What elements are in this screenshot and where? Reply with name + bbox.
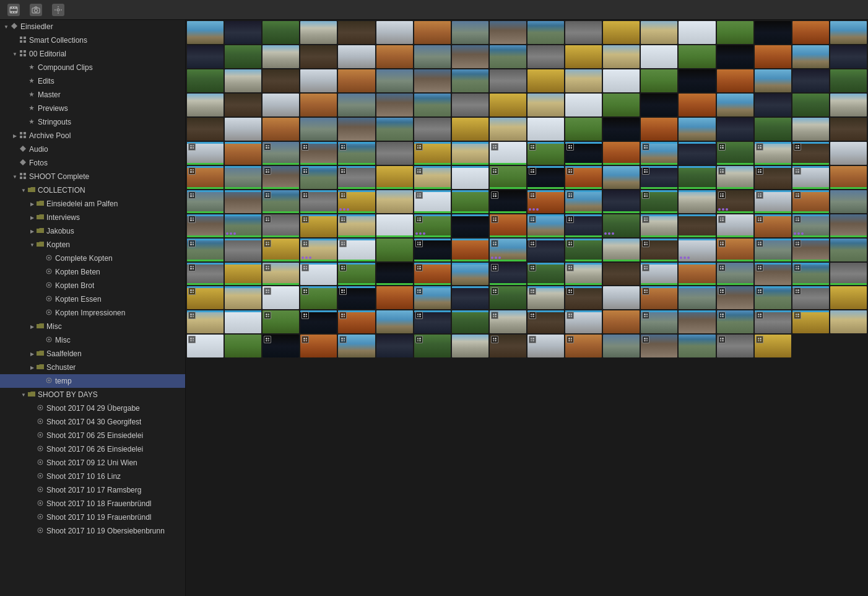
thumbnail-item[interactable] [490,190,526,213]
thumbnail-item[interactable] [452,166,488,189]
thumbnail-item[interactable] [641,263,677,286]
thumbnail-item[interactable] [679,214,715,237]
thumbnail-item[interactable] [527,45,564,68]
sidebar-item-jakobus[interactable]: ▶Jakobus [0,224,185,238]
thumbnail-item[interactable] [338,239,375,261]
thumbnail-item[interactable] [263,214,299,237]
thumbnail-item[interactable] [792,166,829,189]
thumbnail-item[interactable] [603,310,640,333]
thumbnail-item[interactable] [717,142,753,165]
thumbnail-item[interactable] [830,94,867,116]
thumbnail-item[interactable] [565,118,602,141]
sidebar-item-interviews[interactable]: ▶Interviews [0,211,185,224]
sidebar-item-stringouts[interactable]: Stringouts [0,115,185,129]
thumbnail-item[interactable] [527,190,564,213]
thumbnail-item[interactable] [414,263,451,286]
thumbnail-item[interactable] [263,310,299,333]
thumbnail-item[interactable] [414,45,451,68]
thumbnail-item[interactable] [338,263,375,286]
sidebar-item-kopten-beten[interactable]: Kopten Beten [0,265,185,279]
thumbnail-item[interactable] [300,335,337,357]
thumbnail-item[interactable] [717,239,753,261]
thumbnail-item[interactable] [338,45,375,68]
sidebar-item-00-editorial[interactable]: ▼00 Editorial [0,47,185,61]
thumbnail-item[interactable] [603,190,640,213]
thumbnail-item[interactable] [755,286,791,309]
sidebar-item-shoot-by-days[interactable]: ▼SHOOT BY DAYS [0,388,185,401]
thumbnail-item[interactable] [830,190,867,213]
thumbnail-item[interactable] [263,286,299,309]
thumbnail-item[interactable] [565,94,602,116]
thumbnail-item[interactable] [603,118,640,141]
thumbnail-item[interactable] [452,69,488,92]
thumbnail-item[interactable] [452,239,488,261]
thumbnail-item[interactable] [603,94,640,116]
sidebar-item-shoot-2017-10-19b[interactable]: Shoot 2017 10 19 Obersiebenbrunn [0,524,185,538]
thumbnail-item[interactable] [263,94,299,116]
thumbnail-item[interactable] [263,335,299,357]
sidebar-item-smart-collections[interactable]: Smart Collections [0,33,185,47]
thumbnail-item[interactable] [717,94,753,116]
thumbnail-item[interactable] [565,142,602,165]
thumbnail-item[interactable] [187,310,224,333]
thumbnail-item[interactable] [452,263,488,286]
thumbnail-item[interactable] [717,166,753,189]
sidebar-item-shoot-2017-04-29[interactable]: Shoot 2017 04 29 Übergabe [0,401,185,415]
thumbnail-item[interactable] [565,263,602,286]
thumbnail-item[interactable] [338,214,375,237]
thumbnail-item[interactable] [603,45,640,68]
thumbnail-item[interactable] [225,263,261,286]
thumbnail-item[interactable] [565,21,602,44]
sidebar-item-schuster[interactable]: ▶Schuster [0,361,185,374]
sidebar-item-edits[interactable]: Edits [0,74,185,88]
thumbnail-item[interactable] [376,310,413,333]
sidebar-item-fotos[interactable]: Fotos [0,156,185,170]
thumbnail-item[interactable] [717,118,753,141]
thumbnail-item[interactable] [490,21,526,44]
thumbnail-item[interactable] [527,263,564,286]
thumbnail-item[interactable] [225,142,261,165]
thumbnail-item[interactable] [452,190,488,213]
thumbnail-item[interactable] [717,286,753,309]
thumbnail-item[interactable] [300,45,337,68]
thumbnail-item[interactable] [338,286,375,309]
thumbnail-item[interactable] [527,310,564,333]
thumbnail-item[interactable] [376,190,413,213]
thumbnail-item[interactable] [338,69,375,92]
thumbnail-item[interactable] [414,190,451,213]
thumbnail-item[interactable] [452,118,488,141]
thumbnail-item[interactable] [755,190,791,213]
thumbnail-item[interactable] [338,118,375,141]
thumbnail-item[interactable] [490,118,526,141]
thumbnail-item[interactable] [414,94,451,116]
thumbnail-item[interactable] [414,69,451,92]
thumbnail-item[interactable] [187,21,224,44]
thumbnail-item[interactable] [300,118,337,141]
thumbnail-item[interactable] [755,239,791,261]
thumbnail-item[interactable] [338,190,375,213]
thumbnail-item[interactable] [792,21,829,44]
thumbnail-item[interactable] [755,166,791,189]
thumbnail-item[interactable] [830,166,867,189]
camera-icon[interactable] [30,4,42,16]
thumbnail-item[interactable] [414,310,451,333]
thumbnail-item[interactable] [187,69,224,92]
thumbnail-item[interactable] [376,142,413,165]
thumbnail-item[interactable] [565,239,602,261]
thumbnail-item[interactable] [300,142,337,165]
thumbnail-item[interactable] [187,94,224,116]
film-icon[interactable] [7,4,20,16]
thumbnail-item[interactable] [490,45,526,68]
thumbnail-item[interactable] [641,118,677,141]
thumbnail-item[interactable] [755,142,791,165]
thumbnail-item[interactable] [263,239,299,261]
thumbnail-item[interactable] [300,214,337,237]
thumbnail-item[interactable] [490,335,526,357]
thumbnail-item[interactable] [603,142,640,165]
thumbnail-item[interactable] [187,190,224,213]
thumbnail-item[interactable] [414,335,451,357]
sidebar-item-audio[interactable]: Audio [0,142,185,156]
thumbnail-item[interactable] [225,335,261,357]
thumbnail-item[interactable] [263,142,299,165]
thumbnail-item[interactable] [527,214,564,237]
